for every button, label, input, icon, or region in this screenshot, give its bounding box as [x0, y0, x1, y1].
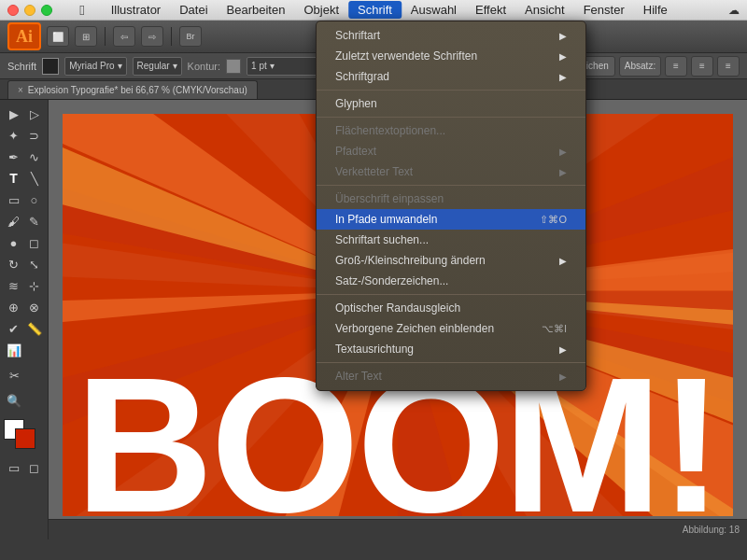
menu-ansicht[interactable]: Ansicht — [515, 1, 574, 19]
zoom-tool[interactable]: 🔍 — [4, 390, 24, 411]
menu-item-schriftart-suchen-label: Schriftart suchen... — [335, 233, 567, 246]
close-button[interactable] — [7, 5, 19, 16]
menu-bearbeiten[interactable]: Bearbeiten — [218, 1, 295, 19]
lasso-tool[interactable]: ⊃ — [24, 125, 44, 146]
menu-arrow-alter-text: ▶ — [559, 371, 567, 382]
menu-item-optischer-rand[interactable]: Optischer Randausgleich — [317, 298, 585, 318]
new-file-button[interactable]: ⬜ — [47, 26, 69, 47]
menu-item-verborgene[interactable]: Verborgene Zeichen einblenden ⌥⌘I — [317, 318, 585, 339]
bridge-button[interactable]: Br — [179, 26, 202, 47]
measure-tool[interactable]: 📏 — [24, 318, 44, 339]
screen-mode-normal[interactable]: ▭ — [4, 457, 23, 478]
nav-forward-button[interactable]: ⇨ — [141, 26, 163, 47]
curvature-tool[interactable]: ∿ — [24, 147, 44, 167]
menu-item-schriftart-suchen[interactable]: Schriftart suchen... — [317, 230, 585, 250]
menu-datei[interactable]: Datei — [170, 1, 217, 19]
rectangle-tool[interactable]: ▭ — [4, 189, 23, 210]
menu-auswahl[interactable]: Auswahl — [402, 1, 466, 19]
free-transform-tool[interactable]: ⊹ — [24, 275, 44, 296]
direct-select-tool[interactable]: ▷ — [24, 104, 44, 124]
document-tab[interactable]: × Explosion Typografie* bei 66,67 % (CMY… — [7, 80, 258, 99]
align-left-button[interactable]: ≡ — [665, 56, 687, 77]
menu-item-schriftart-label: Schriftart — [335, 29, 552, 42]
text-tool[interactable]: T — [4, 168, 23, 189]
menu-item-gross-klein-label: Groß-/Kleinschreibung ändern — [335, 254, 552, 267]
menu-item-schriftart[interactable]: Schriftart ▶ — [317, 25, 585, 46]
menu-objekt[interactable]: Objekt — [294, 1, 348, 19]
abbildung-label: Abbildung: 18 — [683, 525, 740, 535]
menu-item-alter-text-label: Alter Text — [335, 370, 552, 383]
stroke-color-swatch[interactable] — [226, 59, 241, 74]
menu-arrow-schriftart: ▶ — [559, 31, 567, 41]
minimize-button[interactable] — [24, 5, 35, 16]
align-right-button[interactable]: ≡ — [717, 56, 740, 77]
eraser-tool[interactable]: ◻ — [24, 232, 44, 253]
pen-tool[interactable]: ✒ — [4, 147, 23, 167]
menu-item-uberschrift: Überschrift einpassen — [317, 189, 585, 209]
kontur-label: Kontur: — [188, 61, 220, 72]
eyedropper-tool[interactable]: ✔ — [4, 318, 23, 339]
pencil-tool[interactable]: ✎ — [24, 211, 44, 231]
menu-illustrator[interactable]: Illustrator — [102, 1, 170, 19]
menu-sep-4 — [317, 294, 585, 295]
menu-item-satz-sonder[interactable]: Satz-/Sonderzeichen... — [317, 271, 585, 291]
menu-item-gross-klein[interactable]: Groß-/Kleinschreibung ändern ▶ — [317, 250, 585, 271]
menu-item-pfadtext-label: Pfadtext — [335, 145, 552, 158]
blend-tool[interactable]: ⊗ — [24, 297, 44, 317]
menu-item-verborgene-label: Verborgene Zeichen einblenden — [335, 322, 542, 335]
menu-fenster[interactable]: Fenster — [574, 1, 634, 19]
menu-item-schriftgrad-label: Schriftgrad — [335, 70, 552, 83]
magic-wand-tool[interactable]: ✦ — [4, 125, 23, 146]
menu-shortcut-verborgene: ⌥⌘I — [542, 323, 567, 335]
font-name: Myriad Pro — [69, 61, 114, 71]
absatz-panel-button[interactable]: Absatz: — [619, 56, 661, 77]
fill-color-swatch[interactable] — [42, 58, 59, 75]
menu-sep-3 — [317, 185, 585, 186]
align-center-button[interactable]: ≡ — [691, 56, 713, 77]
ellipse-tool[interactable]: ○ — [24, 189, 44, 210]
menu-item-in-pfade[interactable]: In Pfade umwandeln ⇧⌘O — [317, 209, 585, 230]
stroke-swatch-large[interactable] — [15, 428, 35, 449]
stroke-width-dropdown[interactable]: 1 pt ▾ — [247, 57, 321, 76]
menu-item-satz-sonder-label: Satz-/Sonderzeichen... — [335, 274, 567, 287]
stroke-width: 1 pt — [251, 61, 267, 71]
menu-arrow-textausrichtung: ▶ — [559, 344, 567, 355]
apple-menu[interactable]:  — [70, 0, 93, 20]
title-right-icons: ☁ — [728, 4, 740, 17]
menu-item-zuletzt[interactable]: Zuletzt verwendete Schriften ▶ — [317, 46, 585, 66]
menu-sep-1 — [317, 90, 585, 91]
tab-close-btn[interactable]: × — [18, 85, 23, 95]
menu-item-pfadtext: Pfadtext ▶ — [317, 141, 585, 161]
graph-tool[interactable]: 📊 — [4, 340, 24, 360]
menu-effekt[interactable]: Effekt — [466, 1, 515, 19]
menu-sep-2 — [317, 117, 585, 118]
rotate-tool[interactable]: ↻ — [4, 254, 23, 274]
menu-item-verketteter: Verketteter Text ▶ — [317, 161, 585, 182]
menu-item-textausrichtung[interactable]: Textausrichtung ▶ — [317, 339, 585, 359]
left-toolbar: ▶ ▷ ✦ ⊃ ✒ ∿ T ╲ ▭ ○ 🖌 ✎ ● ◻ ↻ ⤡ — [0, 100, 49, 539]
select-tool[interactable]: ▶ — [4, 104, 23, 124]
maximize-button[interactable] — [41, 5, 52, 16]
menu-item-verketteter-label: Verketteter Text — [335, 165, 552, 178]
menu-item-glyphen[interactable]: Glyphen — [317, 93, 585, 114]
menu-schrift[interactable]: Schrift — [348, 1, 402, 19]
warp-tool[interactable]: ≋ — [4, 275, 23, 296]
arrange-button[interactable]: ⊞ — [75, 26, 97, 47]
toolbar-sep-2 — [171, 27, 172, 46]
line-tool[interactable]: ╲ — [24, 168, 44, 189]
font-dropdown[interactable]: Myriad Pro ▾ — [64, 57, 126, 76]
title-bar:  Illustrator Datei Bearbeiten Objekt Sc… — [0, 0, 747, 21]
tool-label: Schrift — [7, 61, 36, 72]
blob-brush-tool[interactable]: ● — [4, 232, 23, 253]
menu-item-optischer-rand-label: Optischer Randausgleich — [335, 301, 567, 315]
scale-tool[interactable]: ⤡ — [24, 254, 44, 274]
screen-mode-btn[interactable]: ◻ — [24, 457, 44, 478]
shape-builder-tool[interactable]: ⊕ — [4, 297, 23, 317]
font-style-dropdown[interactable]: Regular ▾ — [133, 57, 182, 76]
slice-tool[interactable]: ✂ — [4, 365, 24, 385]
menu-hilfe[interactable]: Hilfe — [634, 1, 677, 19]
nav-button[interactable]: ⇦ — [113, 26, 135, 47]
paint-brush-tool[interactable]: 🖌 — [4, 211, 23, 231]
menu-item-schriftgrad[interactable]: Schriftgrad ▶ — [317, 66, 585, 87]
menu-item-flaechentextoptionen-label: Flächentextoptionen... — [335, 124, 567, 137]
